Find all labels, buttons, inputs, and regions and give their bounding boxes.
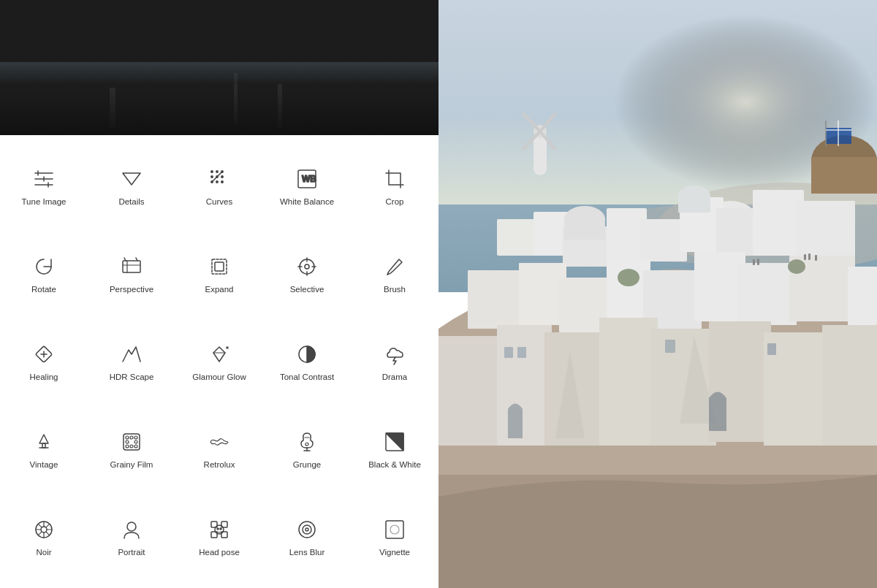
svg-point-47 <box>130 436 133 439</box>
svg-point-51 <box>126 445 129 448</box>
svg-rect-124 <box>822 325 877 446</box>
tool-grainy-film[interactable]: Grainy Film <box>88 405 175 493</box>
vintage-label: Vintage <box>30 459 58 470</box>
glamour-glow-icon <box>206 341 232 367</box>
right-panel <box>438 0 877 588</box>
svg-marker-11 <box>123 173 140 185</box>
tool-vignette[interactable]: Vignette <box>351 493 438 581</box>
tool-lens-blur[interactable]: Lens Blur <box>263 493 351 581</box>
svg-point-19 <box>221 175 223 177</box>
svg-rect-26 <box>212 259 227 274</box>
svg-rect-126 <box>517 347 526 358</box>
svg-point-78 <box>303 525 311 534</box>
svg-rect-125 <box>504 347 513 358</box>
tool-selective[interactable]: Selective <box>263 230 351 318</box>
svg-rect-103 <box>797 201 855 259</box>
svg-rect-113 <box>694 252 745 321</box>
svg-rect-136 <box>757 259 759 265</box>
svg-rect-114 <box>738 263 797 325</box>
healing-label: Healing <box>30 372 58 383</box>
black-white-label: Black & White <box>368 459 421 470</box>
drama-icon <box>381 341 408 367</box>
svg-rect-120 <box>599 318 658 446</box>
head-pose-icon <box>206 516 232 543</box>
tool-tune-image[interactable]: Tune Image <box>0 142 88 230</box>
svg-point-49 <box>126 440 129 443</box>
svg-rect-135 <box>753 259 755 265</box>
glamour-glow-label: Glamour Glow <box>192 372 246 383</box>
svg-text:WB: WB <box>302 174 316 184</box>
svg-rect-108 <box>468 270 526 329</box>
tool-tonal-contrast[interactable]: Tonal Contrast <box>263 318 351 405</box>
tool-expand[interactable]: Expand <box>175 230 263 318</box>
tool-hdr-scape[interactable]: HDR Scape <box>88 318 175 405</box>
tool-vintage[interactable]: Vintage <box>0 405 88 493</box>
svg-rect-105 <box>564 218 605 240</box>
svg-point-81 <box>390 525 399 534</box>
svg-point-79 <box>305 528 308 531</box>
svg-point-12 <box>211 170 213 172</box>
svg-rect-102 <box>753 190 804 256</box>
retrolux-icon <box>206 429 232 455</box>
tool-glamour-glow[interactable]: Glamour Glow <box>175 318 263 405</box>
svg-rect-117 <box>438 336 504 446</box>
tools-grid: Tune Image Details <box>0 135 438 588</box>
svg-rect-139 <box>815 255 817 261</box>
black-white-icon <box>381 429 408 455</box>
details-icon <box>118 166 145 192</box>
svg-line-66 <box>46 531 50 535</box>
grainy-film-label: Grainy Film <box>110 459 153 470</box>
portrait-icon <box>118 516 145 543</box>
tool-head-pose[interactable]: Head pose <box>175 493 263 581</box>
svg-point-69 <box>127 522 136 531</box>
lens-blur-icon <box>294 516 320 543</box>
tool-rotate[interactable]: Rotate <box>0 230 88 318</box>
svg-rect-118 <box>497 325 552 446</box>
tool-healing[interactable]: Healing <box>0 318 88 405</box>
svg-rect-127 <box>665 340 675 353</box>
crop-icon <box>381 166 408 192</box>
tool-perspective[interactable]: Perspective <box>88 230 175 318</box>
tool-brush[interactable]: Brush <box>351 230 438 318</box>
tool-details[interactable]: Details <box>88 142 175 230</box>
svg-point-29 <box>305 264 309 269</box>
svg-point-17 <box>216 180 218 182</box>
svg-rect-101 <box>716 208 756 256</box>
svg-rect-107 <box>678 194 710 213</box>
tool-portrait[interactable]: Portrait <box>88 493 175 581</box>
svg-rect-27 <box>215 262 224 271</box>
svg-point-15 <box>216 170 218 172</box>
noir-label: Noir <box>36 547 51 558</box>
perspective-label: Perspective <box>110 284 153 295</box>
svg-line-68 <box>38 531 42 535</box>
svg-rect-43 <box>42 443 45 448</box>
drama-label: Drama <box>382 372 408 383</box>
tonal-contrast-label: Tonal Contrast <box>280 372 334 383</box>
tool-grunge[interactable]: Grunge <box>263 405 351 493</box>
svg-point-13 <box>211 175 213 177</box>
tool-crop[interactable]: Crop <box>351 142 438 230</box>
tool-drama[interactable]: Drama <box>351 318 438 405</box>
svg-rect-128 <box>767 343 776 355</box>
white-balance-label: White Balance <box>280 196 334 207</box>
retrolux-label: Retrolux <box>204 459 235 470</box>
tool-noir[interactable]: Noir <box>0 493 88 581</box>
svg-point-76 <box>220 528 221 530</box>
tool-black-white[interactable]: Black & White <box>351 405 438 493</box>
grunge-icon <box>294 429 320 455</box>
svg-point-52 <box>130 445 133 448</box>
svg-point-141 <box>788 259 805 274</box>
details-label: Details <box>118 196 144 207</box>
brush-icon <box>381 253 408 280</box>
vintage-icon <box>31 429 57 455</box>
tool-curves[interactable]: Curves <box>175 142 263 230</box>
tool-white-balance[interactable]: WB White Balance <box>263 142 351 230</box>
hdr-scape-label: HDR Scape <box>110 372 154 383</box>
selective-icon <box>294 253 320 280</box>
svg-point-20 <box>221 180 223 182</box>
svg-line-67 <box>46 524 50 527</box>
tool-retrolux[interactable]: Retrolux <box>175 405 263 493</box>
svg-point-55 <box>305 443 308 446</box>
tonal-contrast-icon <box>294 341 320 367</box>
rotate-icon <box>31 253 57 280</box>
